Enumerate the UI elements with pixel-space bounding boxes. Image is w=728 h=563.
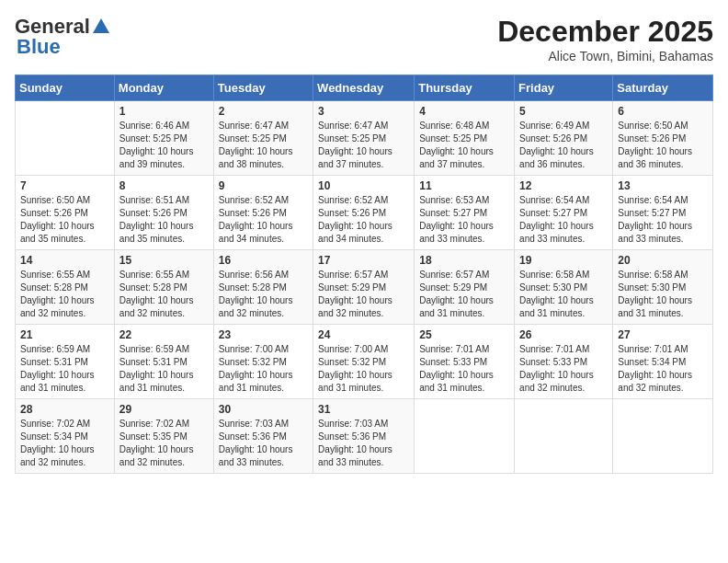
day-number: 29 (119, 403, 209, 416)
day-number: 2 (219, 105, 308, 118)
daylight: Daylight: 10 hours and 32 minutes. (219, 295, 293, 318)
day-info: Sunrise: 6:46 AM Sunset: 5:25 PM Dayligh… (119, 120, 209, 171)
sunset: Sunset: 5:32 PM (219, 357, 287, 367)
day-number: 26 (519, 328, 608, 341)
daylight: Daylight: 10 hours and 31 minutes. (419, 295, 494, 318)
daylight: Daylight: 10 hours and 36 minutes. (519, 146, 594, 169)
calendar-cell: 20 Sunrise: 6:58 AM Sunset: 5:30 PM Dayl… (613, 250, 713, 325)
calendar-cell: 7 Sunrise: 6:50 AM Sunset: 5:26 PM Dayli… (16, 176, 115, 250)
sunrise: Sunrise: 6:50 AM (618, 121, 688, 131)
sunset: Sunset: 5:34 PM (20, 431, 88, 442)
title-block: December 2025 Alice Town, Bimini, Bahama… (497, 15, 713, 63)
sunset: Sunset: 5:29 PM (318, 282, 386, 293)
month-title: December 2025 (497, 15, 713, 49)
sunrise: Sunrise: 6:50 AM (20, 195, 90, 205)
daylight: Daylight: 10 hours and 31 minutes. (618, 295, 692, 318)
calendar-cell: 10 Sunrise: 6:52 AM Sunset: 5:26 PM Dayl… (313, 176, 415, 250)
day-info: Sunrise: 7:01 AM Sunset: 5:33 PM Dayligh… (519, 343, 608, 395)
sunrise: Sunrise: 7:01 AM (519, 344, 589, 354)
daylight: Daylight: 10 hours and 34 minutes. (318, 221, 392, 244)
sunrise: Sunrise: 7:02 AM (119, 419, 189, 429)
sunrise: Sunrise: 6:47 AM (318, 121, 388, 131)
daylight: Daylight: 10 hours and 31 minutes. (519, 295, 594, 318)
header-thursday: Thursday (415, 75, 515, 101)
sunrise: Sunrise: 6:55 AM (119, 270, 189, 280)
day-number: 27 (618, 328, 708, 341)
sunrise: Sunrise: 6:55 AM (20, 270, 90, 280)
sunset: Sunset: 5:26 PM (20, 208, 88, 218)
calendar-cell: 26 Sunrise: 7:01 AM Sunset: 5:33 PM Dayl… (515, 325, 613, 399)
day-number: 1 (119, 105, 209, 118)
day-info: Sunrise: 6:49 AM Sunset: 5:26 PM Dayligh… (519, 120, 608, 171)
logo-blue: Blue (15, 35, 61, 59)
calendar-cell: 23 Sunrise: 7:00 AM Sunset: 5:32 PM Dayl… (213, 325, 313, 399)
header-wednesday: Wednesday (313, 75, 415, 101)
day-info: Sunrise: 6:47 AM Sunset: 5:25 PM Dayligh… (318, 120, 409, 171)
calendar-cell: 1 Sunrise: 6:46 AM Sunset: 5:25 PM Dayli… (114, 101, 213, 176)
calendar-cell: 29 Sunrise: 7:02 AM Sunset: 5:35 PM Dayl… (114, 399, 213, 474)
sunset: Sunset: 5:27 PM (419, 208, 487, 218)
sunset: Sunset: 5:34 PM (618, 357, 686, 367)
daylight: Daylight: 10 hours and 37 minutes. (318, 146, 392, 169)
sunrise: Sunrise: 7:00 AM (318, 344, 388, 354)
day-info: Sunrise: 7:02 AM Sunset: 5:35 PM Dayligh… (119, 418, 209, 469)
daylight: Daylight: 10 hours and 33 minutes. (219, 444, 293, 467)
calendar-cell: 21 Sunrise: 6:59 AM Sunset: 5:31 PM Dayl… (16, 325, 115, 399)
day-info: Sunrise: 6:50 AM Sunset: 5:26 PM Dayligh… (20, 194, 109, 246)
calendar-cell: 27 Sunrise: 7:01 AM Sunset: 5:34 PM Dayl… (613, 325, 713, 399)
day-info: Sunrise: 6:55 AM Sunset: 5:28 PM Dayligh… (119, 269, 209, 320)
sunset: Sunset: 5:29 PM (419, 282, 487, 293)
sunrise: Sunrise: 6:47 AM (219, 121, 289, 131)
sunset: Sunset: 5:28 PM (20, 282, 88, 293)
sunrise: Sunrise: 7:01 AM (618, 344, 688, 354)
daylight: Daylight: 10 hours and 36 minutes. (618, 146, 692, 169)
daylight: Daylight: 10 hours and 31 minutes. (20, 370, 95, 393)
day-number: 7 (20, 179, 109, 192)
day-info: Sunrise: 6:55 AM Sunset: 5:28 PM Dayligh… (20, 269, 109, 320)
daylight: Daylight: 10 hours and 33 minutes. (318, 444, 392, 467)
sunrise: Sunrise: 6:46 AM (119, 121, 189, 131)
logo-icon (91, 17, 111, 37)
sunset: Sunset: 5:28 PM (219, 282, 287, 293)
sunset: Sunset: 5:26 PM (119, 208, 188, 218)
day-info: Sunrise: 6:57 AM Sunset: 5:29 PM Dayligh… (318, 269, 409, 320)
calendar-cell: 13 Sunrise: 6:54 AM Sunset: 5:27 PM Dayl… (613, 176, 713, 250)
calendar-cell: 28 Sunrise: 7:02 AM Sunset: 5:34 PM Dayl… (16, 399, 115, 474)
weekday-row: Sunday Monday Tuesday Wednesday Thursday… (16, 75, 713, 101)
sunrise: Sunrise: 6:59 AM (119, 344, 189, 354)
calendar-table: Sunday Monday Tuesday Wednesday Thursday… (15, 75, 713, 474)
day-number: 23 (219, 328, 308, 341)
calendar-cell: 8 Sunrise: 6:51 AM Sunset: 5:26 PM Dayli… (114, 176, 213, 250)
calendar-week-0: 1 Sunrise: 6:46 AM Sunset: 5:25 PM Dayli… (16, 101, 713, 176)
sunrise: Sunrise: 6:54 AM (519, 195, 589, 205)
day-number: 10 (318, 179, 409, 192)
day-number: 15 (119, 254, 209, 267)
calendar-cell: 31 Sunrise: 7:03 AM Sunset: 5:36 PM Dayl… (313, 399, 415, 474)
sunset: Sunset: 5:25 PM (318, 133, 386, 144)
sunset: Sunset: 5:25 PM (219, 133, 287, 144)
calendar-cell: 30 Sunrise: 7:03 AM Sunset: 5:36 PM Dayl… (213, 399, 313, 474)
daylight: Daylight: 10 hours and 33 minutes. (419, 221, 494, 244)
sunset: Sunset: 5:26 PM (519, 133, 587, 144)
daylight: Daylight: 10 hours and 37 minutes. (419, 146, 494, 169)
calendar-week-4: 28 Sunrise: 7:02 AM Sunset: 5:34 PM Dayl… (16, 399, 713, 474)
daylight: Daylight: 10 hours and 32 minutes. (20, 444, 95, 467)
calendar-cell: 18 Sunrise: 6:57 AM Sunset: 5:29 PM Dayl… (415, 250, 515, 325)
day-number: 16 (219, 254, 308, 267)
day-number: 30 (219, 403, 308, 416)
day-number: 19 (519, 254, 608, 267)
sunset: Sunset: 5:31 PM (20, 357, 88, 367)
day-info: Sunrise: 6:52 AM Sunset: 5:26 PM Dayligh… (219, 194, 308, 246)
sunrise: Sunrise: 7:03 AM (318, 419, 388, 429)
calendar-cell: 25 Sunrise: 7:01 AM Sunset: 5:33 PM Dayl… (415, 325, 515, 399)
day-number: 6 (618, 105, 708, 118)
sunset: Sunset: 5:26 PM (618, 133, 686, 144)
sunset: Sunset: 5:31 PM (119, 357, 188, 367)
daylight: Daylight: 10 hours and 33 minutes. (618, 221, 692, 244)
day-info: Sunrise: 6:54 AM Sunset: 5:27 PM Dayligh… (618, 194, 708, 246)
day-number: 21 (20, 328, 109, 341)
day-info: Sunrise: 7:03 AM Sunset: 5:36 PM Dayligh… (219, 418, 308, 469)
sunrise: Sunrise: 6:52 AM (318, 195, 388, 205)
day-info: Sunrise: 6:52 AM Sunset: 5:26 PM Dayligh… (318, 194, 409, 246)
daylight: Daylight: 10 hours and 35 minutes. (20, 221, 95, 244)
